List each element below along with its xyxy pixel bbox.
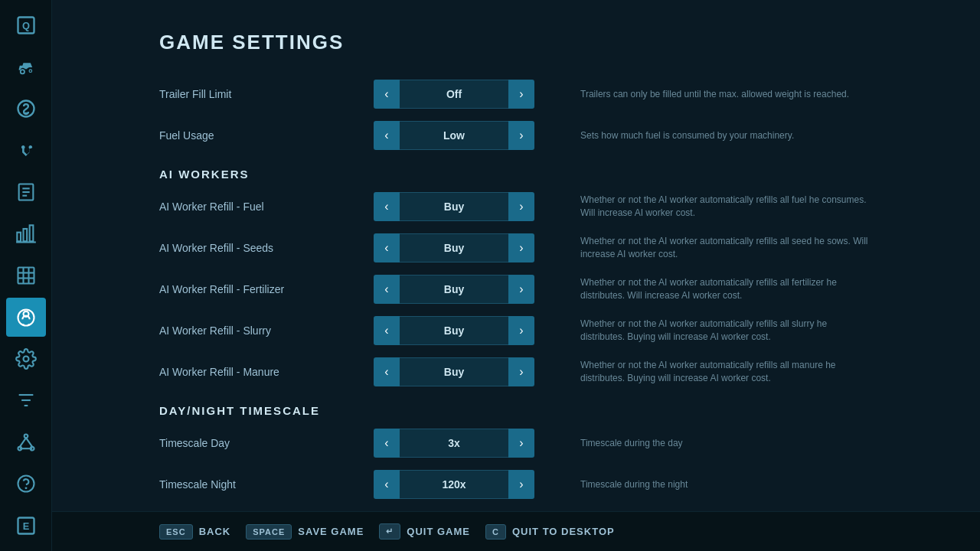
setting-label-ai-refill-seeds: AI Worker Refill - Seeds	[159, 242, 374, 254]
settings-area: GAME SETTINGS Trailer Fill Limit ‹ Off ›…	[52, 0, 980, 511]
sidebar-item-filters[interactable]	[6, 381, 46, 419]
setting-row-timescale-night: Timescale Night ‹ 120x › Timescale durin…	[159, 468, 934, 501]
svg-point-28	[18, 476, 34, 492]
setting-control-trailer-fill-limit: ‹ Off ›	[374, 80, 534, 109]
setting-description-timescale-night: Timescale during the night	[580, 478, 688, 491]
setting-row-ai-refill-fuel: AI Worker Refill - Fuel ‹ Buy › Whether …	[159, 190, 934, 223]
svg-point-18	[23, 356, 28, 361]
ai-refill-fuel-next-button[interactable]: ›	[508, 192, 534, 221]
trailer-fill-limit-value: Off	[400, 80, 508, 109]
setting-description-ai-refill-fertilizer: Whether or not the AI worker automatical…	[580, 276, 871, 302]
setting-control-timescale-night: ‹ 120x ›	[374, 470, 534, 499]
setting-label-ai-refill-slurry: AI Worker Refill - Slurry	[159, 324, 374, 337]
setting-row-fuel-usage: Fuel Usage ‹ Low › Sets how much fuel is…	[159, 119, 934, 152]
setting-description-timescale-day: Timescale during the day	[580, 437, 683, 450]
ai-refill-seeds-next-button[interactable]: ›	[508, 233, 534, 262]
ai-refill-fertilizer-prev-button[interactable]: ‹	[374, 275, 400, 304]
setting-control-fuel-usage: ‹ Low ›	[374, 121, 534, 150]
setting-description-trailer-fill-limit: Trailers can only be filled until the ma…	[580, 88, 849, 101]
setting-description-fuel-usage: Sets how much fuel is consumed by your m…	[580, 129, 794, 142]
quit-label: QUIT GAME	[407, 526, 470, 537]
setting-label-ai-refill-fuel: AI Worker Refill - Fuel	[159, 201, 374, 213]
sidebar-item-network[interactable]	[6, 423, 46, 461]
svg-text:E: E	[22, 520, 29, 532]
sidebar-item-money[interactable]	[6, 90, 46, 128]
setting-label-fuel-usage: Fuel Usage	[159, 129, 374, 142]
ai-refill-fertilizer-next-button[interactable]: ›	[508, 275, 534, 304]
ai-refill-slurry-next-button[interactable]: ›	[508, 316, 534, 345]
bottom-bar: ESC BACK SPACE SAVE GAME ↵ QUIT GAME C Q…	[52, 511, 980, 551]
setting-control-ai-refill-manure: ‹ Buy ›	[374, 357, 534, 386]
timescale-day-value: 3x	[400, 429, 508, 458]
setting-label-trailer-fill-limit: Trailer Fill Limit	[159, 88, 374, 100]
setting-row-ai-refill-seeds: AI Worker Refill - Seeds ‹ Buy › Whether…	[159, 231, 934, 265]
ai-refill-seeds-value: Buy	[400, 233, 508, 262]
svg-point-22	[24, 434, 28, 438]
quit-key-badge: ↵	[379, 523, 400, 540]
setting-description-ai-refill-seeds: Whether or not the AI worker automatical…	[580, 235, 871, 261]
setting-label-ai-refill-manure: AI Worker Refill - Manure	[159, 366, 374, 378]
svg-rect-9	[29, 225, 33, 241]
save-game-button[interactable]: SPACE SAVE GAME	[246, 524, 364, 540]
save-label: SAVE GAME	[298, 526, 364, 537]
sidebar-item-production[interactable]	[6, 214, 46, 253]
timescale-night-next-button[interactable]: ›	[508, 470, 534, 499]
quit-desktop-button[interactable]: C QUIT TO DESKTOP	[485, 524, 615, 540]
ai-refill-fertilizer-value: Buy	[400, 275, 508, 304]
fuel-usage-prev-button[interactable]: ‹	[374, 121, 400, 150]
setting-label-timescale-day: Timescale Day	[159, 437, 374, 449]
setting-row-ai-refill-manure: AI Worker Refill - Manure ‹ Buy › Whethe…	[159, 355, 934, 389]
setting-label-ai-refill-fertilizer: AI Worker Refill - Fertilizer	[159, 283, 374, 295]
main-content: GAME SETTINGS Trailer Fill Limit ‹ Off ›…	[52, 0, 980, 551]
trailer-fill-limit-next-button[interactable]: ›	[508, 80, 534, 109]
back-button[interactable]: ESC BACK	[159, 524, 230, 540]
setting-control-ai-refill-slurry: ‹ Buy ›	[374, 316, 534, 345]
ai-refill-seeds-prev-button[interactable]: ‹	[374, 233, 400, 262]
setting-label-timescale-night: Timescale Night	[159, 478, 374, 491]
setting-description-ai-refill-slurry: Whether or not the AI worker automatical…	[580, 318, 871, 344]
fuel-usage-next-button[interactable]: ›	[508, 121, 534, 150]
setting-description-ai-refill-manure: Whether or not the AI worker automatical…	[580, 359, 871, 385]
setting-control-ai-refill-fuel: ‹ Buy ›	[374, 192, 534, 221]
ai-refill-slurry-value: Buy	[400, 316, 508, 345]
setting-row-trailer-fill-limit: Trailer Fill Limit ‹ Off › Trailers can …	[159, 77, 934, 111]
ai-refill-manure-prev-button[interactable]: ‹	[374, 357, 400, 386]
sidebar-item-tractor[interactable]	[6, 47, 46, 86]
ai-refill-fuel-prev-button[interactable]: ‹	[374, 192, 400, 221]
sidebar-item-settings[interactable]	[6, 340, 46, 378]
sidebar-item-e[interactable]: E	[6, 507, 46, 545]
back-key-badge: ESC	[159, 524, 193, 540]
setting-row-timescale-day: Timescale Day ‹ 3x › Timescale during th…	[159, 426, 934, 460]
ai-refill-manure-value: Buy	[400, 357, 508, 386]
back-label: BACK	[199, 526, 231, 537]
page-title: GAME SETTINGS	[159, 31, 934, 54]
sidebar-item-contracts[interactable]	[6, 173, 46, 211]
timescale-night-value: 120x	[400, 470, 508, 499]
quit-game-button[interactable]: ↵ QUIT GAME	[379, 523, 470, 540]
section-header-day-night: DAY/NIGHT TIMESCALE	[159, 404, 934, 417]
svg-rect-11	[18, 268, 34, 284]
svg-text:Q: Q	[22, 20, 30, 31]
ai-refill-slurry-prev-button[interactable]: ‹	[374, 316, 400, 345]
sidebar-item-help[interactable]	[6, 465, 46, 503]
ai-refill-fuel-value: Buy	[400, 192, 508, 221]
svg-rect-7	[17, 232, 21, 241]
setting-control-ai-refill-fertilizer: ‹ Buy ›	[374, 275, 534, 304]
sidebar-item-animals[interactable]	[6, 131, 46, 169]
ai-refill-manure-next-button[interactable]: ›	[508, 357, 534, 386]
svg-rect-8	[23, 229, 27, 241]
desktop-key-badge: C	[485, 524, 506, 540]
setting-row-ai-refill-slurry: AI Worker Refill - Slurry ‹ Buy › Whethe…	[159, 314, 934, 347]
sidebar: Q	[0, 0, 52, 551]
setting-description-ai-refill-fuel: Whether or not the AI worker automatical…	[580, 194, 871, 220]
sidebar-item-ai-settings[interactable]	[6, 298, 46, 336]
timescale-day-next-button[interactable]: ›	[508, 429, 534, 458]
svg-line-26	[26, 438, 32, 447]
trailer-fill-limit-prev-button[interactable]: ‹	[374, 80, 400, 109]
save-key-badge: SPACE	[246, 524, 292, 540]
timescale-day-prev-button[interactable]: ‹	[374, 429, 400, 458]
fuel-usage-value: Low	[400, 121, 508, 150]
timescale-night-prev-button[interactable]: ‹	[374, 470, 400, 499]
sidebar-item-map[interactable]	[6, 256, 46, 295]
sidebar-item-q[interactable]: Q	[6, 6, 46, 44]
